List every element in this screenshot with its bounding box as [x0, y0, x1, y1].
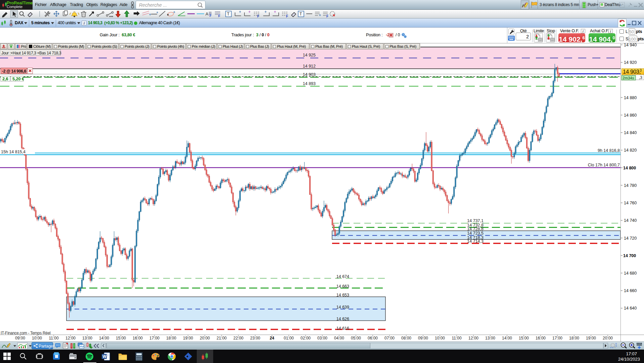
svg-text:09:00: 09:00	[15, 336, 25, 340]
svg-text:14 903,: 14 903,	[623, 69, 641, 75]
svg-text:17:00: 17:00	[149, 336, 159, 340]
svg-text:10:00: 10:00	[32, 336, 42, 340]
svg-text:10:00: 10:00	[435, 336, 445, 340]
svg-text:12:00: 12:00	[65, 336, 76, 340]
svg-text:09:00: 09:00	[418, 336, 428, 340]
svg-text:F: F	[257, 14, 259, 18]
svg-text:11:00: 11:00	[452, 336, 461, 340]
svg-text:14 626: 14 626	[336, 317, 349, 321]
svg-text:15h 14 815,4: 15h 14 815,4	[1, 150, 26, 154]
svg-text:16:00: 16:00	[133, 336, 143, 340]
svg-text:14 925: 14 925	[303, 53, 316, 57]
svg-text:12:00: 12:00	[468, 336, 478, 340]
svg-text:18:00: 18:00	[569, 336, 579, 340]
svg-text:14 940: 14 940	[624, 43, 637, 47]
svg-text:F: F	[286, 14, 288, 18]
svg-text:14 760: 14 760	[624, 201, 637, 205]
svg-text:08:00: 08:00	[401, 336, 411, 340]
svg-text:05:00: 05:00	[351, 336, 361, 340]
svg-text:18:00: 18:00	[166, 336, 176, 340]
svg-text:14 800: 14 800	[623, 166, 636, 170]
svg-text:15:00: 15:00	[116, 336, 126, 340]
svg-text:20:00: 20:00	[603, 336, 613, 340]
svg-text:14 912: 14 912	[303, 64, 316, 69]
svg-text:14 674: 14 674	[336, 274, 349, 279]
svg-text:14 893: 14 893	[303, 81, 316, 86]
svg-text:16:00: 16:00	[536, 336, 546, 340]
svg-text:5,20 €: 5,20 €	[12, 77, 24, 81]
svg-text:T: T	[227, 12, 230, 16]
svg-text:07:00: 07:00	[384, 336, 395, 340]
svg-text:21:00: 21:00	[217, 336, 227, 340]
svg-text:14 860: 14 860	[624, 113, 637, 118]
svg-text:T: T	[300, 12, 302, 16]
svg-text:24: 24	[270, 336, 274, 340]
svg-text:02:00: 02:00	[301, 336, 311, 340]
svg-text:W: W	[103, 354, 107, 359]
svg-text:14 740: 14 740	[624, 218, 637, 223]
svg-text:,3: ,3	[639, 75, 642, 80]
svg-text:14 780: 14 780	[624, 183, 637, 188]
svg-text:22:00: 22:00	[233, 336, 243, 340]
svg-text:14 640: 14 640	[624, 306, 637, 311]
svg-text:19:00: 19:00	[183, 336, 193, 340]
svg-text:14 680: 14 680	[624, 271, 637, 276]
svg-text:14 820: 14 820	[624, 148, 637, 153]
svg-text:11:00: 11:00	[49, 336, 58, 340]
svg-text:Clo 17h 14 800,7: Clo 17h 14 800,7	[588, 163, 620, 167]
svg-text:Jour :+Haut 14 917,3 +Bas 14 7: Jour :+Haut 14 917,3 +Bas 14 718,3	[1, 51, 61, 55]
svg-text:04:00: 04:00	[334, 336, 344, 340]
svg-text:01:00: 01:00	[284, 336, 294, 340]
svg-text:14 720: 14 720	[624, 236, 637, 241]
svg-text:23:00: 23:00	[250, 336, 260, 340]
svg-text:06:00: 06:00	[368, 336, 378, 340]
svg-text:20:00: 20:00	[200, 336, 210, 340]
svg-text:03:00: 03:00	[317, 336, 327, 340]
svg-text:14 903: 14 903	[303, 72, 316, 77]
svg-text:14 714,3: 14 714,3	[467, 239, 484, 244]
svg-text:14:00: 14:00	[502, 336, 512, 340]
svg-text:15:00: 15:00	[519, 336, 529, 340]
svg-text:F: F	[326, 14, 328, 18]
svg-text:14 653: 14 653	[336, 293, 349, 297]
svg-text:14 728,8: 14 728,8	[467, 227, 484, 231]
svg-text:2m34s: 2m34s	[623, 76, 634, 80]
svg-text:14 663: 14 663	[336, 284, 349, 289]
svg-text:14 920: 14 920	[624, 60, 637, 65]
svg-text:A: A	[205, 11, 209, 16]
svg-text:F: F	[218, 14, 220, 18]
svg-text:F: F	[210, 14, 212, 17]
svg-text:14 660: 14 660	[624, 288, 637, 293]
svg-text:2,6: 2,6	[2, 77, 8, 81]
svg-text:14 700: 14 700	[623, 253, 636, 258]
svg-text:13:00: 13:00	[82, 336, 92, 340]
svg-text:14 639: 14 639	[336, 305, 349, 310]
svg-text:14 880: 14 880	[624, 95, 637, 100]
svg-text:-2 @ 14 906,6: -2 @ 14 906,6	[2, 69, 26, 74]
svg-text:3: 3	[640, 68, 642, 72]
svg-text:14 840: 14 840	[624, 130, 637, 135]
svg-text:14:00: 14:00	[99, 336, 109, 340]
svg-text:19:00: 19:00	[586, 336, 596, 340]
svg-text:9h 14 816,8: 9h 14 816,8	[598, 148, 620, 153]
svg-text:14 616: 14 616	[336, 326, 349, 331]
svg-text:17:00: 17:00	[552, 336, 562, 340]
svg-text:13:00: 13:00	[485, 336, 495, 340]
